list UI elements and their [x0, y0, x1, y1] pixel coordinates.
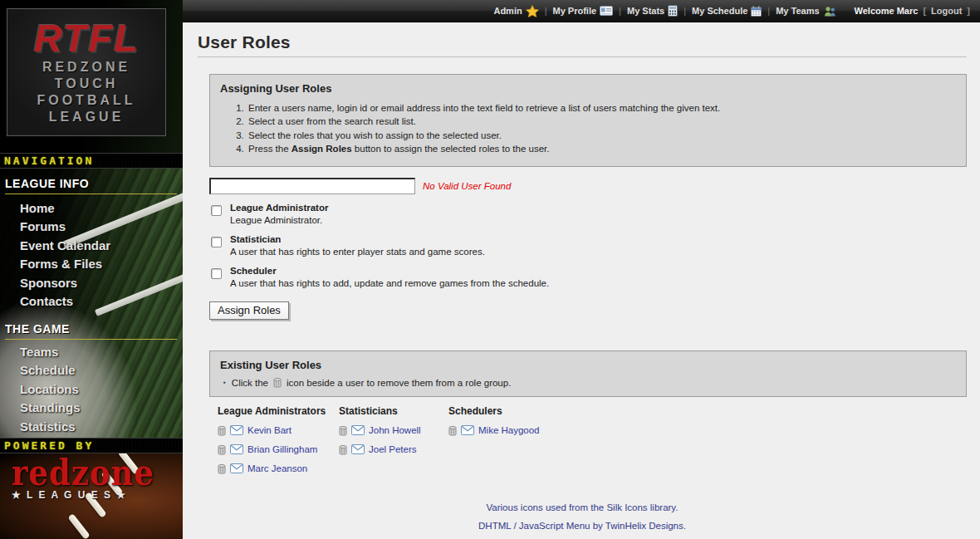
logo-line: REDZONE: [7, 59, 165, 76]
football-lace: [67, 513, 90, 539]
topbar-separator: |: [545, 6, 547, 16]
footer: Various icons used from the Silk Icons l…: [198, 502, 967, 531]
group-icon: [823, 6, 836, 17]
section-title-the-game: THE GAME: [5, 322, 177, 340]
email-user-mail-icon[interactable]: [230, 444, 243, 454]
calendar-icon: [751, 6, 762, 17]
sidebar-item-forms-files[interactable]: Forms & Files: [0, 255, 183, 273]
topbar-my-teams[interactable]: My Teams: [776, 6, 835, 17]
assign-roles-button[interactable]: Assign Roles: [209, 301, 289, 320]
sidebar-item-forums[interactable]: Forums: [0, 218, 183, 236]
instruction-step: Select the roles that you wish to assign…: [247, 129, 956, 142]
footer-credit-menu: DHTML / JavaScript Menu by TwinHelix Des…: [198, 521, 967, 531]
trash-icon: [273, 377, 282, 388]
existing-user-roles-box: Existing User Roles ▪ Click the icon bes…: [209, 350, 967, 397]
sidebar: RTFL REDZONE TOUCH FOOTBALL LEAGUE NAVIG…: [0, 0, 183, 539]
sidebar-item-sponsors[interactable]: Sponsors: [0, 274, 183, 292]
email-user-mail-icon[interactable]: [351, 444, 365, 454]
remove-user-trash-icon[interactable]: [218, 463, 226, 474]
sidebar-item-teams[interactable]: Teams: [0, 343, 183, 361]
league-info-menu: Home Forums Event Calendar Forms & Files…: [0, 199, 183, 311]
navigation-band: NAVIGATION: [0, 153, 183, 169]
footer-credit-icons: Various icons used from the Silk Icons l…: [198, 502, 967, 512]
note-text: icon beside a user to remove them from a…: [287, 378, 511, 388]
logo-line: LEAGUE: [7, 109, 165, 125]
topbar-my-profile-label: My Profile: [553, 6, 597, 16]
topbar-session: Welcome Marc [ Logout ]: [855, 6, 970, 16]
sidebar-item-event-calendar[interactable]: Event Calendar: [0, 237, 183, 255]
topbar-separator: |: [767, 6, 770, 16]
topbar-separator: |: [619, 6, 621, 16]
user-search-input[interactable]: [209, 178, 415, 194]
member-name-link[interactable]: Joel Peters: [369, 444, 417, 454]
role-label: League Administrator: [230, 203, 328, 214]
league-logo: RTFL REDZONE TOUCH FOOTBALL LEAGUE: [7, 8, 166, 136]
welcome-text: Welcome Marc: [855, 6, 919, 16]
assign-box-heading: Assigning User Roles: [220, 82, 956, 95]
instruction-step: Press the Assign Roles button to assign …: [247, 142, 956, 155]
remove-user-trash-icon[interactable]: [448, 425, 457, 436]
instruction-bold: Assign Roles: [292, 144, 352, 154]
sidebar-item-locations[interactable]: Locations: [0, 380, 183, 399]
role-option-scheduler: Scheduler A user that has rights to add,…: [209, 266, 967, 289]
bracket: ]: [967, 6, 970, 16]
remove-user-trash-icon[interactable]: [218, 444, 226, 455]
sidebar-item-schedule[interactable]: Schedule: [0, 361, 183, 380]
member-name-link[interactable]: Mike Haygood: [478, 425, 540, 435]
instruction-text: button to assign the selected roles to t…: [352, 144, 550, 154]
statistician-checkbox[interactable]: [211, 237, 222, 247]
remove-user-trash-icon[interactable]: [218, 425, 226, 436]
assigning-user-roles-box: Assigning User Roles Enter a users name,…: [209, 74, 967, 167]
instruction-text: Press the: [248, 144, 292, 154]
member-row: John Howell: [339, 424, 448, 436]
remove-user-trash-icon[interactable]: [339, 425, 347, 436]
league-administrator-checkbox[interactable]: [211, 205, 222, 216]
group-statisticians: Statisticians John Howell Joel Peters: [339, 405, 448, 474]
member-name-link[interactable]: John Howell: [369, 425, 421, 435]
bracket: [: [923, 6, 926, 16]
topbar-separator: |: [684, 6, 686, 16]
the-game-menu: Teams Schedule Locations Standings Stati…: [0, 343, 183, 436]
sidebar-item-statistics[interactable]: Statistics: [0, 418, 183, 436]
group-schedulers: Schedulers Mike Haygood: [448, 405, 581, 474]
topbar-my-profile[interactable]: My Profile: [553, 6, 614, 16]
topbar: Admin | My Profile | My Stats | My Sched…: [183, 0, 980, 22]
remove-user-trash-icon[interactable]: [339, 444, 347, 455]
logo-line: TOUCH: [7, 76, 165, 92]
role-description: A user that has rights to enter player s…: [230, 247, 485, 258]
topbar-my-schedule-label: My Schedule: [692, 6, 747, 16]
role-option-league-administrator: League Administrator League Administrato…: [209, 203, 967, 226]
topbar-admin[interactable]: Admin: [493, 5, 538, 17]
topbar-my-stats[interactable]: My Stats: [627, 5, 678, 17]
sidebar-item-home[interactable]: Home: [0, 199, 183, 218]
calculator-icon: [668, 5, 678, 17]
email-user-mail-icon[interactable]: [230, 425, 243, 435]
email-user-mail-icon[interactable]: [461, 425, 474, 435]
member-name-link[interactable]: Kevin Bart: [247, 425, 292, 435]
search-status-message: No Valid User Found: [423, 181, 511, 191]
topbar-my-teams-label: My Teams: [776, 6, 819, 16]
member-name-link[interactable]: Marc Jeanson: [247, 463, 307, 473]
group-title: League Administrators: [218, 405, 339, 417]
sidebar-item-standings[interactable]: Standings: [0, 399, 183, 417]
logo-line: FOOTBALL: [7, 92, 165, 109]
scheduler-checkbox[interactable]: [211, 268, 222, 279]
sidebar-item-contacts[interactable]: Contacts: [0, 292, 183, 311]
star-icon: [526, 5, 539, 17]
logout-link[interactable]: Logout: [931, 6, 962, 16]
email-user-mail-icon[interactable]: [351, 425, 365, 435]
member-name-link[interactable]: Brian Gillingham: [247, 444, 317, 454]
redzone-logo-text: redzone: [12, 456, 154, 488]
main-content: User Roles Assigning User Roles Enter a …: [183, 23, 980, 539]
role-groups: League Administrators Kevin Bart Brian G…: [209, 405, 967, 474]
section-title-league-info: LEAGUE INFO: [5, 177, 177, 194]
user-search-row: No Valid User Found: [209, 178, 967, 194]
page-title: User Roles: [198, 32, 967, 52]
topbar-my-schedule[interactable]: My Schedule: [692, 6, 762, 17]
member-row: Joel Peters: [339, 443, 448, 455]
email-user-mail-icon[interactable]: [230, 463, 243, 473]
role-label: Scheduler: [230, 266, 549, 277]
bullet: ▪: [223, 379, 226, 386]
member-row: Mike Haygood: [448, 424, 581, 436]
vcard-icon: [600, 6, 613, 16]
